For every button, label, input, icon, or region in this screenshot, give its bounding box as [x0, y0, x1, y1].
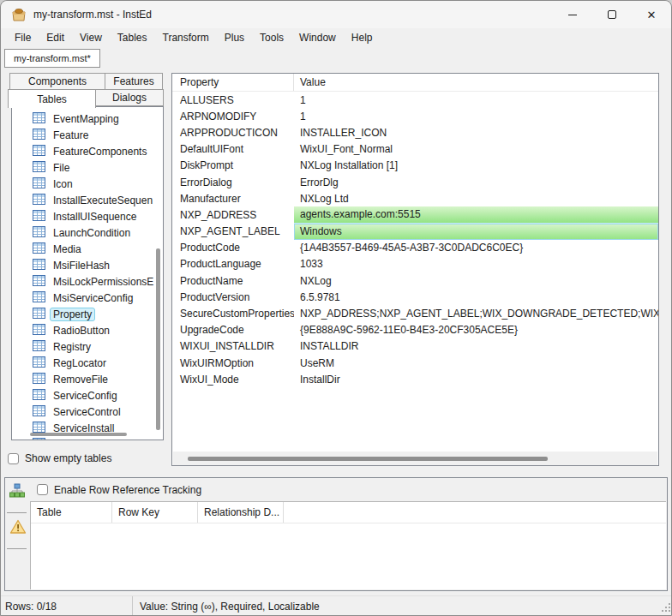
show-empty-tables-checkbox[interactable] [8, 453, 19, 464]
table-item-feature[interactable]: Feature [12, 127, 163, 143]
maximize-icon [608, 10, 616, 19]
property-value-cell[interactable]: NXLog [294, 272, 658, 289]
property-value-cell[interactable]: 1 [294, 108, 658, 124]
table-item-featurecomponents[interactable]: FeatureComponents [12, 143, 163, 159]
table-item-msifilehash[interactable]: MsiFileHash [12, 257, 163, 273]
hierarchy-icon[interactable] [9, 483, 25, 501]
grid-horizontal-scrollbar[interactable] [188, 457, 548, 461]
property-value-cell[interactable]: {9E888A9C-5962-11E0-B4E3-20CF305ACE5E} [294, 322, 658, 338]
menu-view[interactable]: View [72, 29, 110, 46]
property-row-productlanguage[interactable]: ProductLanguage1033 [172, 256, 658, 272]
table-item-eventmapping[interactable]: EventMapping [12, 111, 163, 127]
table-item-reglocator[interactable]: RegLocator [12, 355, 163, 371]
property-row-allusers[interactable]: ALLUSERS1 [172, 92, 658, 108]
tree-item-label: RemoveFile [50, 373, 111, 386]
warning-icon[interactable] [9, 519, 27, 537]
property-name-cell: DiskPrompt [172, 158, 294, 174]
property-row-defaultuifont[interactable]: DefaultUIFontWixUI_Font_Normal [172, 141, 658, 158]
property-row-upgradecode[interactable]: UpgradeCode{9E888A9C-5962-11E0-B4E3-20CF… [172, 322, 658, 338]
menu-help[interactable]: Help [344, 29, 381, 46]
property-value-cell[interactable]: NXLog Ltd [294, 190, 658, 206]
table-item-media[interactable]: Media [12, 241, 163, 257]
menu-edit[interactable]: Edit [39, 29, 72, 46]
menu-file[interactable]: File [7, 29, 39, 46]
property-value-cell[interactable]: NXP_ADDRESS;NXP_AGENT_LABEL;WIX_DOWNGRAD… [294, 305, 658, 321]
table-icon [33, 291, 50, 305]
menu-plus[interactable]: Plus [217, 29, 252, 46]
property-row-productversion[interactable]: ProductVersion6.5.9781 [172, 289, 658, 305]
maximize-button[interactable] [592, 1, 632, 28]
property-row-productname[interactable]: ProductNameNXLog [172, 272, 658, 289]
property-value-cell[interactable]: 1 [294, 92, 658, 108]
table-item-launchcondition[interactable]: LaunchCondition [12, 224, 163, 241]
row-tracking-checkbox[interactable] [37, 484, 48, 495]
tree-vertical-scrollbar[interactable] [156, 248, 160, 430]
table-item-signature[interactable]: Signature [12, 436, 163, 440]
property-row-securecustomproperties[interactable]: SecureCustomPropertiesNXP_ADDRESS;NXP_AG… [172, 305, 658, 321]
close-button[interactable]: ✕ [632, 1, 671, 28]
table-item-serviceconfig[interactable]: ServiceConfig [12, 387, 163, 404]
table-item-msiserviceconfig[interactable]: MsiServiceConfig [12, 290, 163, 306]
property-row-arpproducticon[interactable]: ARPPRODUCTICONINSTALLER_ICON [172, 124, 658, 141]
property-value-cell[interactable]: NXLog Installation [1] [294, 158, 658, 174]
panel-splitter[interactable] [165, 73, 171, 466]
property-row-wixui-mode[interactable]: WixUI_ModeInstallDir [172, 371, 658, 387]
value-column-header[interactable]: Value [294, 74, 658, 91]
tab-dialogs[interactable]: Dialogs [95, 89, 164, 106]
table-item-icon[interactable]: Icon [12, 176, 163, 192]
ref-column-relationship-d-[interactable]: Relationship D... [198, 502, 284, 523]
property-row-errordialog[interactable]: ErrorDialogErrorDlg [172, 174, 658, 190]
menu-window[interactable]: Window [291, 29, 344, 46]
row-reference-panel: Enable Row Reference Tracking TableRow K… [4, 477, 668, 591]
table-item-removefile[interactable]: RemoveFile [12, 371, 163, 387]
menu-tools[interactable]: Tools [252, 29, 291, 46]
table-item-installexecutesequen[interactable]: InstallExecuteSequen [12, 192, 163, 208]
property-value-cell[interactable]: 1033 [294, 256, 658, 272]
minimize-button[interactable] [553, 1, 592, 28]
property-value-cell[interactable]: ErrorDlg [294, 174, 658, 190]
ref-column-table[interactable]: Table [31, 502, 112, 523]
property-value-cell[interactable]: 6.5.9781 [294, 289, 658, 305]
table-item-msilockpermissionse[interactable]: MsiLockPermissionsE [12, 273, 163, 290]
tree-item-label: RadioButton [50, 324, 113, 338]
property-value-cell[interactable]: WixUI_Font_Normal [294, 141, 658, 158]
tab-label: Dialogs [112, 92, 147, 104]
property-name-cell: ErrorDialog [172, 174, 294, 190]
menu-transform[interactable]: Transform [155, 29, 217, 46]
property-name-cell: ALLUSERS [172, 92, 294, 108]
property-row-manufacturer[interactable]: ManufacturerNXLog Ltd [172, 190, 658, 206]
document-tab[interactable]: my-transform.mst* [4, 49, 100, 68]
property-value-cell[interactable]: agents.example.com:5515 [294, 206, 658, 223]
table-item-servicecontrol[interactable]: ServiceControl [12, 404, 163, 420]
property-value-cell[interactable]: {1A4B3557-B469-45A5-A3B7-3C0DADC6C0EC} [294, 240, 658, 256]
table-item-installuisequence[interactable]: InstallUISequence [12, 208, 163, 224]
property-name-cell: ProductName [172, 272, 294, 289]
table-item-registry[interactable]: Registry [12, 338, 163, 355]
property-row-productcode[interactable]: ProductCode{1A4B3557-B469-45A5-A3B7-3C0D… [172, 240, 658, 256]
property-column-header[interactable]: Property [172, 74, 294, 91]
property-row-wixui-installdir[interactable]: WIXUI_INSTALLDIRINSTALLDIR [172, 338, 658, 355]
property-value-cell[interactable]: INSTALLDIR [294, 338, 658, 355]
resize-grip-icon[interactable] [660, 601, 671, 615]
table-item-file[interactable]: File [12, 159, 163, 176]
bottom-panel-toolstrip [5, 478, 30, 590]
table-item-radiobutton[interactable]: RadioButton [12, 322, 163, 338]
property-value-cell[interactable]: Windows [294, 224, 658, 240]
property-row-wixuirmoption[interactable]: WixUIRMOptionUseRM [172, 355, 658, 371]
property-row-nxp-address[interactable]: NXP_ADDRESSagents.example.com:5515 [172, 206, 658, 223]
property-value-cell[interactable]: UseRM [294, 355, 658, 371]
table-icon [33, 210, 50, 224]
tab-features[interactable]: Features [105, 73, 163, 90]
ref-column-row-key[interactable]: Row Key [112, 502, 198, 523]
tree-item-label: LaunchCondition [50, 226, 134, 240]
property-row-nxp-agent-label[interactable]: NXP_AGENT_LABELWindows [172, 224, 658, 240]
property-value-cell[interactable]: INSTALLER_ICON [294, 124, 658, 141]
property-row-arpnomodify[interactable]: ARPNOMODIFY1 [172, 108, 658, 124]
tree-horizontal-scrollbar[interactable] [30, 433, 127, 436]
property-row-diskprompt[interactable]: DiskPromptNXLog Installation [1] [172, 158, 658, 174]
tab-tables[interactable]: Tables [8, 89, 96, 108]
tab-components[interactable]: Components [9, 73, 105, 90]
menu-tables[interactable]: Tables [110, 29, 155, 46]
table-item-property[interactable]: Property [12, 306, 163, 322]
property-value-cell[interactable]: InstallDir [294, 371, 658, 387]
